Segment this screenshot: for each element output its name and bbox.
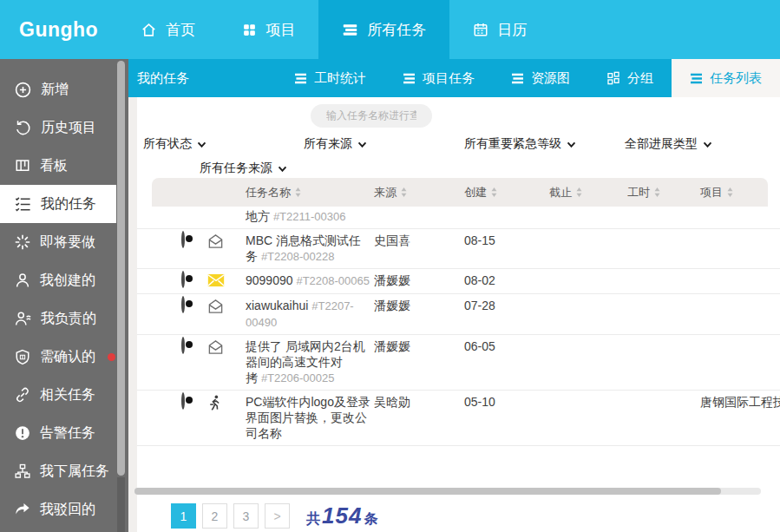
sidebar-item-label: 即将要做 (40, 233, 95, 252)
column-header-0[interactable]: 任务名称 (246, 185, 374, 200)
sidebar-item-label: 我驳回的 (40, 501, 95, 519)
task-search-input[interactable]: 输入任务名称进行查询 (311, 104, 432, 128)
radio-button[interactable] (181, 271, 185, 288)
task-hours (627, 273, 700, 273)
tab-4[interactable]: 任务列表 (672, 59, 780, 97)
row-select-cell (181, 273, 207, 286)
column-header-5[interactable]: 项目 (700, 185, 768, 200)
tab-2[interactable]: 资源图 (493, 59, 588, 97)
search-placeholder: 输入任务名称进行查询 (326, 108, 416, 123)
table-row[interactable]: xiawukaihui #T2207-00490潘媛媛07-28 (137, 294, 780, 335)
sidebar-item-5[interactable]: 我创建的 (0, 261, 116, 299)
tab-3[interactable]: 分组 (588, 59, 672, 97)
alert-icon (15, 425, 30, 441)
filter-row1-0[interactable]: 所有状态 (143, 136, 206, 152)
total-number: 154 (322, 502, 362, 529)
table-row[interactable]: 提供了 局域网内2台机器间的高速文件对拷 #T2206-00025潘媛媛06-0… (137, 335, 780, 391)
filter-row2-0[interactable]: 所有任务来源 (200, 161, 287, 176)
task-name-cell[interactable]: MBC 消息格式测试任务 #T2208-00228 (246, 233, 374, 265)
filter-row1-2[interactable]: 所有重要紧急等级 (464, 136, 576, 152)
sidebar-item-10[interactable]: 我下属任务 (0, 452, 116, 490)
chev-dark-icon (197, 141, 206, 148)
task-due (549, 273, 627, 273)
sidebar-item-1[interactable]: 历史项目 (0, 108, 116, 147)
task-name-cell[interactable]: 地方 #T2211-00306 (246, 208, 374, 225)
home-icon (141, 22, 157, 38)
filter-label: 所有重要紧急等级 (464, 136, 561, 152)
task-name-cell[interactable]: PC端软件内logo及登录界面图片替换，更改公司名称 (246, 394, 374, 442)
filter-row1-1[interactable]: 所有来源 (304, 136, 367, 152)
column-header-3[interactable]: 截止 (549, 185, 627, 200)
page-button-2[interactable]: 2 (202, 503, 227, 529)
nav-item-1[interactable]: 项目 (219, 0, 318, 59)
calendar-icon (473, 22, 488, 37)
sort-icon[interactable] (401, 187, 407, 197)
sidebar-item-label: 看板 (40, 157, 68, 175)
nav-item-label: 首页 (166, 20, 195, 40)
column-header-2[interactable]: 创建 (464, 185, 549, 200)
horizontal-scrollbar-thumb[interactable] (134, 488, 721, 495)
table-row[interactable]: 地方 #T2211-00306 (137, 207, 780, 229)
next-page-button[interactable]: > (265, 503, 290, 529)
task-source: 潘媛媛 (374, 338, 464, 355)
filter-row1-3[interactable]: 全部进展类型 (625, 136, 712, 152)
radio-button[interactable] (181, 392, 185, 410)
total-prefix: 共 (306, 510, 320, 529)
nav-item-3[interactable]: 日历 (449, 0, 550, 59)
group-icon (606, 71, 620, 85)
sidebar-item-8[interactable]: 相关任务 (0, 376, 116, 414)
page-button-1[interactable]: 1 (171, 503, 196, 529)
tasks-icon (342, 23, 358, 37)
top-bar: Gungho 首页项目所有任务日历 (0, 0, 780, 59)
column-header-label: 任务名称 (246, 185, 291, 200)
forward-icon (15, 502, 30, 516)
sidebar-item-2[interactable]: 看板 (0, 147, 116, 185)
row-type-cell (207, 273, 246, 290)
column-header-1[interactable]: 来源 (374, 185, 464, 200)
sidebar-scrollbar-track (117, 477, 125, 532)
column-header-4[interactable]: 工时 (627, 185, 700, 200)
brand-logo[interactable]: Gungho (0, 18, 117, 42)
task-name-cell[interactable]: 9099090 #T2208-00065 (246, 273, 374, 289)
sidebar-item-3[interactable]: 我的任务 (0, 185, 116, 223)
sidebar-scrollbar-thumb[interactable] (117, 61, 125, 476)
tab-0[interactable]: 工时统计 (276, 59, 384, 97)
sort-icon[interactable] (727, 187, 733, 197)
sidebar-item-6[interactable]: 我负责的 (0, 299, 116, 338)
tab-1[interactable]: 项目任务 (384, 59, 493, 97)
sidebar-item-0[interactable]: 新增 (0, 70, 116, 108)
sidebar-scrollbar[interactable] (117, 59, 125, 532)
task-due (549, 208, 627, 209)
task-project (700, 298, 780, 299)
task-name-cell[interactable]: 提供了 局域网内2台机器间的高速文件对拷 #T2206-00025 (246, 338, 374, 386)
sort-icon[interactable] (654, 187, 660, 197)
table-row[interactable]: MBC 消息格式测试任务 #T2208-00228史国喜08-15 (137, 229, 780, 269)
runner-icon (207, 395, 221, 411)
task-id: #T2211-00306 (273, 210, 346, 223)
sort-icon[interactable] (295, 187, 301, 197)
nav-item-0[interactable]: 首页 (117, 0, 219, 59)
sort-icon[interactable] (491, 187, 497, 197)
radio-button[interactable] (181, 231, 185, 248)
row-type-cell (207, 338, 246, 358)
row-select-cell (181, 394, 207, 408)
table-row[interactable]: PC端软件内logo及登录界面图片替换，更改公司名称 吴晗勋05-10唐钢国际工… (137, 391, 780, 446)
sidebar-item-7[interactable]: 需确认的 (0, 338, 116, 376)
task-name-cell[interactable]: xiawukaihui #T2207-00490 (246, 298, 374, 331)
sidebar: 新增历史项目看板我的任务即将要做我创建的我负责的需确认的相关任务告警任务我下属任… (0, 59, 128, 532)
sidebar-item-4[interactable]: 即将要做 (0, 223, 116, 261)
sidebar-item-label: 历史项目 (41, 119, 96, 137)
nav-item-label: 项目 (265, 20, 295, 40)
sidebar-item-9[interactable]: 告警任务 (0, 414, 116, 452)
horizontal-scrollbar[interactable] (134, 488, 761, 495)
sort-icon[interactable] (576, 187, 582, 197)
filter-slot: 所有来源 (304, 135, 464, 152)
radio-button[interactable] (181, 296, 185, 313)
radio-button[interactable] (181, 337, 185, 354)
unread-dot (108, 353, 115, 361)
page-button-3[interactable]: 3 (233, 503, 259, 529)
nav-item-2[interactable]: 所有任务 (318, 0, 449, 59)
task-source: 史国喜 (374, 233, 464, 249)
table-row[interactable]: 9099090 #T2208-00065潘媛媛08-02 (137, 269, 780, 294)
sidebar-item-11[interactable]: 我驳回的 (0, 490, 116, 529)
